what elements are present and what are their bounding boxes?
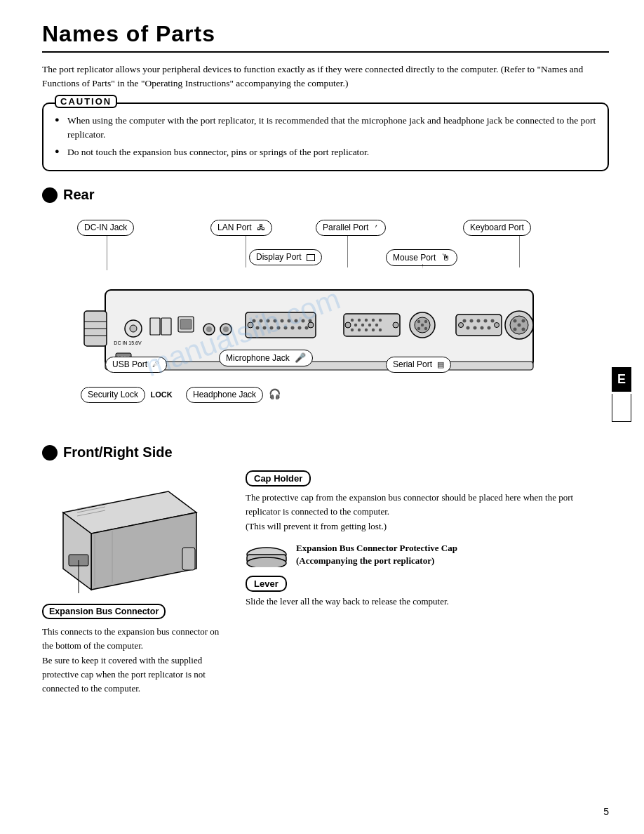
expansion-bus-cap-text: Expansion Bus Connector Protective Cap (… bbox=[296, 542, 457, 567]
lever-text: Slide the lever all the way back to rele… bbox=[246, 595, 609, 609]
caution-list: When using the computer with the port re… bbox=[55, 111, 596, 160]
svg-point-32 bbox=[298, 326, 302, 330]
cap-shape-svg bbox=[246, 542, 288, 567]
mouse-line bbox=[422, 264, 464, 292]
svg-rect-9 bbox=[161, 318, 171, 335]
front-right: Cap Holder The protective cap from the e… bbox=[246, 470, 609, 696]
svg-point-45 bbox=[488, 326, 491, 330]
front-content: Expansion Bus Connector This connects to… bbox=[42, 470, 609, 696]
front-left: Expansion Bus Connector This connects to… bbox=[42, 470, 224, 696]
svg-point-46 bbox=[459, 323, 464, 328]
svg-point-53 bbox=[514, 328, 517, 331]
parallel-port-label: Parallel Port ⎖ bbox=[316, 220, 386, 236]
caution-box: CAUTION When using the computer with the… bbox=[42, 102, 609, 172]
e-tab: E bbox=[612, 367, 631, 392]
front-bullet bbox=[42, 445, 58, 461]
svg-point-50 bbox=[514, 319, 517, 323]
svg-point-58 bbox=[424, 320, 427, 323]
svg-point-67 bbox=[379, 319, 382, 322]
svg-point-19 bbox=[267, 319, 270, 323]
front-device-svg bbox=[42, 470, 210, 597]
svg-point-29 bbox=[277, 326, 281, 330]
svg-point-34 bbox=[248, 322, 253, 328]
svg-point-78 bbox=[393, 322, 398, 328]
svg-rect-16 bbox=[246, 312, 316, 338]
dc-in-line bbox=[107, 235, 163, 291]
expansion-bus-cap-row: Expansion Bus Connector Protective Cap (… bbox=[246, 542, 609, 567]
svg-point-40 bbox=[484, 319, 488, 323]
lever-label-box: Lever bbox=[246, 576, 609, 595]
expansion-bus-text: This connects to the expansion bus conne… bbox=[42, 625, 224, 696]
lan-port-label: LAN Port 🖧 bbox=[210, 220, 272, 236]
caution-item-2: Do not touch the expansion bus connector… bbox=[55, 145, 596, 159]
svg-point-15 bbox=[223, 326, 229, 332]
svg-point-24 bbox=[302, 319, 305, 323]
rear-section-heading: Rear bbox=[42, 187, 609, 203]
svg-point-41 bbox=[491, 319, 495, 323]
svg-point-33 bbox=[305, 326, 309, 330]
dc-in-jack-label: DC-IN Jack bbox=[77, 220, 134, 236]
svg-point-37 bbox=[463, 319, 467, 323]
svg-point-30 bbox=[284, 326, 288, 330]
expansion-bus-label-box: Expansion Bus Connector bbox=[42, 604, 224, 622]
svg-point-74 bbox=[365, 329, 368, 331]
svg-point-39 bbox=[477, 319, 481, 323]
svg-point-21 bbox=[281, 319, 284, 323]
svg-point-42 bbox=[467, 326, 470, 330]
svg-point-76 bbox=[379, 329, 382, 331]
svg-point-66 bbox=[372, 319, 375, 322]
svg-point-6 bbox=[130, 325, 137, 332]
svg-point-65 bbox=[365, 319, 368, 322]
rear-heading-text: Rear bbox=[63, 187, 94, 203]
svg-point-63 bbox=[351, 319, 354, 322]
microphone-jack-label: Microphone Jack 🎤 bbox=[219, 350, 313, 366]
front-heading-text: Front/Right Side bbox=[63, 444, 173, 461]
svg-point-106 bbox=[247, 557, 286, 567]
svg-point-59 bbox=[421, 324, 424, 326]
svg-point-69 bbox=[361, 324, 364, 326]
svg-text:DC IN 15.6V: DC IN 15.6V bbox=[114, 340, 142, 345]
svg-point-75 bbox=[372, 329, 375, 331]
svg-point-44 bbox=[481, 326, 484, 330]
svg-point-61 bbox=[424, 327, 427, 330]
cap-holder-label-box: Cap Holder bbox=[246, 470, 609, 491]
svg-point-64 bbox=[358, 319, 361, 322]
svg-point-38 bbox=[470, 319, 474, 323]
svg-point-23 bbox=[295, 319, 298, 323]
front-section-heading: Front/Right Side bbox=[42, 444, 609, 461]
page-title: Names of Parts bbox=[42, 21, 609, 53]
front-device-image bbox=[42, 470, 210, 597]
svg-point-73 bbox=[358, 329, 361, 331]
svg-point-43 bbox=[474, 326, 477, 330]
svg-point-71 bbox=[375, 324, 378, 326]
security-line bbox=[118, 391, 132, 412]
svg-point-51 bbox=[522, 319, 525, 323]
svg-point-22 bbox=[288, 319, 291, 323]
svg-point-26 bbox=[256, 326, 260, 330]
e-tab-bottom bbox=[612, 394, 631, 422]
svg-point-72 bbox=[351, 329, 354, 331]
svg-point-54 bbox=[522, 328, 525, 331]
svg-rect-8 bbox=[150, 318, 160, 335]
svg-point-52 bbox=[518, 324, 521, 327]
svg-rect-62 bbox=[344, 314, 400, 336]
svg-point-18 bbox=[260, 319, 263, 323]
svg-rect-11 bbox=[180, 319, 192, 329]
rear-bullet bbox=[42, 187, 58, 203]
svg-point-17 bbox=[253, 319, 256, 323]
rear-diagram-area: E DC IN 15.6V bbox=[42, 213, 609, 430]
svg-point-27 bbox=[263, 326, 267, 330]
keyboard-line bbox=[519, 235, 533, 284]
svg-point-20 bbox=[274, 319, 277, 323]
caution-label: CAUTION bbox=[55, 95, 117, 108]
caution-item-1: When using the computer with the port re… bbox=[55, 114, 596, 143]
headphone-line bbox=[226, 391, 240, 412]
cap-holder-text: The protective cap from the expansion bu… bbox=[246, 491, 609, 533]
svg-point-28 bbox=[270, 326, 274, 330]
intro-text: The port replicator allows your peripher… bbox=[42, 62, 609, 91]
keyboard-port-label: Keyboard Port bbox=[463, 220, 531, 236]
svg-point-57 bbox=[417, 320, 420, 323]
svg-point-70 bbox=[368, 324, 371, 326]
svg-point-13 bbox=[206, 326, 212, 332]
serial-line bbox=[423, 364, 444, 399]
